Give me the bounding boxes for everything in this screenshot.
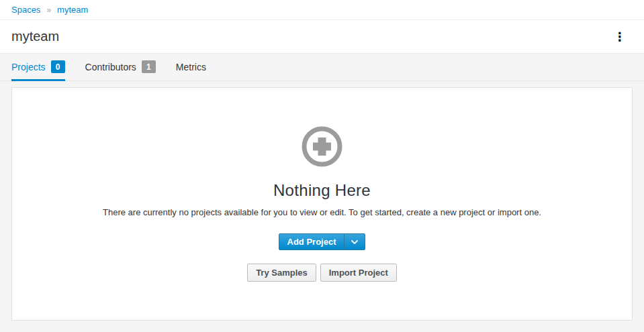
tab-metrics-label: Metrics (176, 62, 206, 72)
tab-contributors[interactable]: Contributors 1 (85, 54, 156, 81)
primary-action-group: Add Project (12, 233, 632, 250)
tab-contributors-label: Contributors (85, 62, 136, 72)
tab-projects-label: Projects (11, 62, 46, 72)
page-title: myteam (11, 29, 59, 44)
breadcrumb-separator: » (46, 5, 51, 15)
projects-panel: Nothing Here There are currently no proj… (11, 87, 633, 321)
breadcrumb-link-spaces[interactable]: Spaces (11, 5, 40, 15)
tab-bar: Projects 0 Contributors 1 Metrics (0, 54, 644, 81)
add-circle-icon (302, 126, 342, 167)
breadcrumb: Spaces » myteam (0, 0, 644, 20)
empty-state-title: Nothing Here (12, 181, 632, 200)
tab-metrics[interactable]: Metrics (176, 54, 206, 81)
import-project-button[interactable]: Import Project (320, 264, 397, 282)
add-project-dropdown-toggle[interactable] (344, 233, 365, 250)
title-bar: myteam ⋮ (0, 20, 644, 54)
breadcrumb-link-myteam[interactable]: myteam (57, 5, 88, 15)
contributors-count-badge: 1 (142, 60, 156, 73)
main-content: Nothing Here There are currently no proj… (0, 81, 644, 321)
kebab-menu-icon[interactable]: ⋮ (610, 30, 629, 44)
add-project-button[interactable]: Add Project (279, 233, 345, 250)
empty-state: Nothing Here There are currently no proj… (12, 88, 632, 282)
secondary-action-group: Try Samples Import Project (12, 264, 632, 282)
tab-projects[interactable]: Projects 0 (11, 54, 65, 81)
try-samples-button[interactable]: Try Samples (247, 264, 316, 282)
empty-state-description: There are currently no projects availabl… (12, 207, 632, 217)
projects-count-badge: 0 (51, 60, 65, 73)
chevron-down-icon (351, 239, 359, 245)
